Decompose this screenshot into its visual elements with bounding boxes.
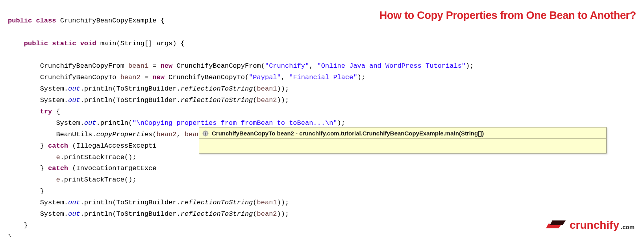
var-bean1: bean1: [257, 199, 277, 206]
comma: ,: [309, 62, 317, 70]
dot: .: [80, 199, 84, 206]
paren: (: [112, 96, 116, 104]
println: println: [84, 85, 112, 93]
brace: {: [56, 108, 60, 115]
paren: ));: [277, 199, 289, 206]
copy-method: copyProperties: [96, 131, 152, 138]
var-bean2: bean2: [257, 210, 277, 218]
svg-rect-2: [205, 132, 206, 133]
system: System: [56, 119, 80, 127]
hover-tooltip: CrunchifyBeanCopyTo bean2 - crunchify.co…: [199, 127, 607, 154]
exception-type: IllegalAccessExcepti: [76, 142, 156, 150]
reflection-method: reflectionToString: [181, 85, 253, 93]
paren: (: [253, 210, 257, 218]
tsb: ToStringBuilder: [116, 210, 176, 218]
var-e: e: [56, 176, 60, 183]
tooltip-text: CrunchifyBeanCopyTo bean2 - crunchify.co…: [212, 130, 484, 137]
reflection-method: reflectionToString: [181, 96, 253, 104]
type: CrunchifyBeanCopyFrom: [40, 62, 124, 70]
paren: );: [357, 74, 365, 81]
paren: (: [72, 165, 76, 172]
dot: .: [177, 85, 181, 93]
method-main: main(String[] args): [100, 40, 177, 47]
paren: (: [112, 85, 116, 93]
beanutils: BeanUtils: [56, 131, 92, 138]
logo-text: crunchify: [570, 219, 619, 231]
method: printStackTrace: [64, 154, 124, 161]
page-title: How to Copy Properties from One Bean to …: [379, 9, 636, 22]
paren: (: [253, 96, 257, 104]
type: CrunchifyBeanCopyTo: [168, 74, 245, 81]
println: println: [100, 119, 128, 127]
exception-type: InvocationTargetExce: [76, 165, 156, 172]
crunchify-logo: crunchify .com: [546, 219, 635, 231]
keyword-catch: catch: [48, 142, 68, 150]
dot: .: [177, 96, 181, 104]
keyword-catch: catch: [48, 165, 68, 172]
dot: .: [64, 85, 68, 93]
dot: .: [64, 210, 68, 218]
type: CrunchifyBeanCopyFrom: [177, 62, 261, 70]
reflection-method: reflectionToString: [181, 210, 253, 218]
keyword-public: public: [8, 17, 32, 24]
paren: ));: [277, 96, 289, 104]
tsb: ToStringBuilder: [116, 96, 176, 104]
paren: ));: [277, 85, 289, 93]
type: CrunchifyBeanCopyTo: [40, 74, 117, 81]
out-field: out: [68, 199, 80, 206]
brace: {: [181, 40, 185, 47]
dot: .: [96, 119, 100, 127]
dot: .: [80, 85, 84, 93]
op: =: [152, 62, 156, 70]
op: =: [144, 74, 148, 81]
dot: .: [80, 119, 84, 127]
paren: (: [128, 119, 132, 127]
paren: ();: [124, 154, 137, 161]
string-literal: "Financial Place": [289, 74, 357, 81]
brace: }: [24, 222, 28, 229]
logo-mark-icon: [546, 219, 566, 231]
keyword-new: new: [152, 74, 165, 81]
code-editor[interactable]: public class CrunchifyBeanCopyExample { …: [0, 0, 644, 237]
tsb: ToStringBuilder: [116, 199, 176, 206]
paren: );: [337, 119, 345, 127]
keyword-public: public: [24, 40, 48, 47]
dot: .: [177, 210, 181, 218]
println: println: [84, 199, 112, 206]
dot: .: [60, 176, 64, 183]
tsb: ToStringBuilder: [116, 85, 176, 93]
keyword-static: static: [52, 40, 76, 47]
paren: (: [253, 199, 257, 206]
paren: ));: [277, 210, 289, 218]
paren: (: [112, 210, 116, 218]
string-literal: "Paypal": [249, 74, 281, 81]
dot: .: [92, 131, 96, 138]
brace: }: [40, 165, 44, 172]
brace: {: [161, 17, 165, 24]
out-field: out: [68, 85, 80, 93]
brace: }: [40, 187, 44, 195]
logo-tld: .com: [621, 224, 635, 230]
dot: .: [80, 96, 84, 104]
system: System: [40, 199, 64, 206]
var-bean1: bean1: [128, 62, 148, 70]
string-literal: "Crunchify": [265, 62, 309, 70]
dot: .: [64, 199, 68, 206]
info-icon: [202, 130, 209, 137]
tooltip-header: CrunchifyBeanCopyTo bean2 - crunchify.co…: [199, 128, 606, 138]
method: printStackTrace: [64, 176, 124, 183]
paren: (: [112, 199, 116, 206]
var-bean1: bean1: [257, 85, 277, 93]
dot: .: [80, 210, 84, 218]
out-field: out: [68, 96, 80, 104]
out-field: out: [84, 119, 96, 127]
keyword-class: class: [36, 17, 56, 24]
brace: }: [40, 142, 44, 150]
system: System: [40, 85, 64, 93]
dot: .: [60, 154, 64, 161]
out-field: out: [68, 210, 80, 218]
var-e: e: [56, 154, 60, 161]
var-bean2: bean2: [120, 74, 141, 81]
svg-marker-5: [550, 220, 566, 225]
tooltip-body: [199, 138, 606, 153]
